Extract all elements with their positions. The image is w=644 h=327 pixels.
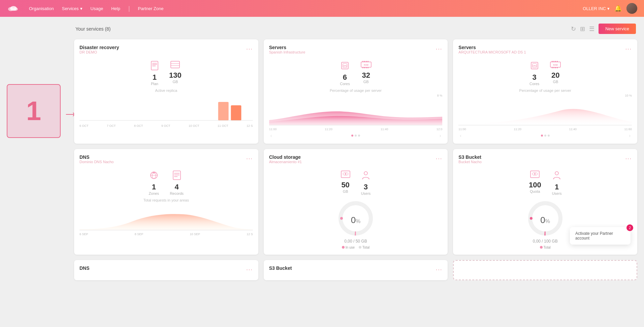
donut-pct: % bbox=[545, 218, 550, 224]
svg-rect-34 bbox=[555, 61, 556, 62]
card-menu-button[interactable]: ... bbox=[246, 45, 253, 51]
carousel-controls: ‹ › bbox=[269, 133, 443, 138]
donut-chart-container: 0% 0,00 / 50 GB In use Total bbox=[269, 198, 443, 249]
company-name: OLLER INC bbox=[583, 6, 606, 11]
svg-point-52 bbox=[345, 173, 346, 175]
ram-icon: RAM bbox=[361, 61, 372, 70]
svg-rect-24 bbox=[366, 67, 367, 68]
step-number: 1 bbox=[26, 96, 41, 126]
company-selector[interactable]: OLLER INC ▾ bbox=[583, 6, 610, 11]
services-chevron-icon: ▾ bbox=[80, 6, 83, 11]
stat-records: 4 Records bbox=[170, 171, 184, 195]
svg-point-60 bbox=[555, 172, 558, 175]
tooltip-activate-partner: 2 Activate your Partner account bbox=[570, 227, 631, 245]
nav-partner-zone[interactable]: Partner Zone bbox=[138, 6, 164, 11]
card-header: Cloud storage Almacenamiento #1 ... bbox=[269, 154, 443, 168]
carousel-dot[interactable] bbox=[541, 135, 543, 137]
stat-value: 3 bbox=[529, 74, 539, 81]
header-right: OLLER INC ▾ 🔔 bbox=[583, 3, 637, 14]
chart-x-labels: 6 OCT7 OCT8 OCT9 OCT10 OCT11 OCT12 S bbox=[79, 123, 253, 128]
card-subtitle: DR DEMO bbox=[79, 50, 119, 54]
card-s3-bucket-2: S3 Bucket ... bbox=[264, 260, 448, 280]
carousel-dot[interactable] bbox=[355, 135, 357, 137]
area-chart bbox=[269, 100, 443, 127]
carousel-dot[interactable] bbox=[351, 135, 353, 137]
card-subtitle: ARQUITECTURA MICROSOFT AD DS 1 bbox=[458, 50, 526, 54]
svg-point-59 bbox=[534, 173, 536, 175]
card-title: Servers bbox=[458, 45, 526, 50]
carousel-dot[interactable] bbox=[548, 135, 550, 137]
stat-value: 100 bbox=[529, 181, 541, 189]
stat-label: Quota bbox=[529, 189, 541, 193]
svg-rect-18 bbox=[362, 61, 363, 62]
card-menu-button[interactable]: ... bbox=[625, 45, 632, 51]
stat-value: 130 bbox=[169, 72, 182, 79]
refresh-icon[interactable]: ↻ bbox=[571, 25, 576, 33]
nav-organisation[interactable]: Organisation bbox=[29, 6, 54, 11]
card-header: S3 Bucket ... bbox=[269, 265, 443, 271]
logo[interactable] bbox=[7, 4, 19, 12]
nav-separator: | bbox=[128, 5, 130, 12]
carousel-dot[interactable] bbox=[358, 135, 360, 137]
chart-x-labels: 11:0011:2011:4011:60 bbox=[458, 127, 632, 132]
card-menu-button[interactable]: ... bbox=[246, 154, 253, 160]
carousel-dots bbox=[351, 135, 360, 137]
grid-view-icon[interactable]: ⊞ bbox=[580, 25, 585, 33]
card-menu-button[interactable]: ... bbox=[436, 154, 442, 160]
stat-value: 1 bbox=[151, 74, 158, 81]
stat-value: 3 bbox=[361, 183, 371, 191]
card-menu-button[interactable]: ... bbox=[436, 45, 442, 51]
donut-value: 0 bbox=[540, 215, 545, 225]
nav-services[interactable]: Services ▾ bbox=[62, 6, 83, 11]
user-avatar[interactable] bbox=[626, 3, 637, 14]
card-title: S3 Bucket bbox=[458, 154, 481, 160]
stat-zones: 1 Zones bbox=[149, 171, 159, 195]
svg-rect-39 bbox=[557, 67, 558, 68]
company-chevron-icon: ▾ bbox=[607, 6, 610, 11]
stat-value: 4 bbox=[170, 183, 184, 191]
stat-label: Records bbox=[170, 191, 184, 195]
notifications-bell[interactable]: 🔔 bbox=[614, 5, 622, 12]
card-cloud-storage: Cloud storage Almacenamiento #1 ... 50 G… bbox=[264, 149, 448, 255]
svg-text:RAM: RAM bbox=[553, 64, 558, 66]
svg-point-44 bbox=[153, 172, 155, 174]
card-s3-bucket: S3 Bucket Bucket Nacho ... 100 Quota bbox=[453, 149, 637, 255]
disk-info: 0,00 / 50 GB bbox=[344, 239, 367, 244]
svg-rect-23 bbox=[364, 67, 365, 68]
nav-usage[interactable]: Usage bbox=[91, 6, 103, 11]
card-subtitle: Almacenamiento #1 bbox=[269, 160, 302, 164]
stat-label: Users bbox=[552, 191, 562, 195]
card-menu-button[interactable]: ... bbox=[625, 154, 632, 160]
chart-x-labels: 11:0011:2011:4012:0 bbox=[269, 127, 443, 132]
svg-text:CPU: CPU bbox=[343, 65, 347, 67]
carousel-dot[interactable] bbox=[544, 135, 546, 137]
svg-rect-36 bbox=[552, 67, 553, 68]
svg-rect-7 bbox=[171, 61, 180, 68]
svg-rect-22 bbox=[362, 67, 363, 68]
svg-rect-21 bbox=[367, 61, 368, 62]
bottom-card-grid: DNS ... S3 Bucket ... bbox=[74, 260, 637, 280]
svg-point-2 bbox=[13, 7, 18, 11]
svg-rect-38 bbox=[555, 67, 556, 68]
card-title: Cloud storage bbox=[269, 154, 302, 160]
stat-ram: RAM 32 GB bbox=[361, 61, 372, 86]
nav-help[interactable]: Help bbox=[111, 6, 120, 11]
carousel-prev[interactable]: ‹ bbox=[270, 133, 272, 138]
carousel-controls: ‹ › bbox=[458, 133, 632, 138]
card-header: Servers ARQUITECTURA MICROSOFT AD DS 1 .… bbox=[458, 45, 632, 58]
disk-info: 0,00 / 100 GB bbox=[533, 239, 558, 244]
svg-point-56 bbox=[340, 217, 343, 220]
card-menu-button[interactable]: ... bbox=[436, 265, 442, 271]
card-menu-button[interactable]: ... bbox=[246, 265, 253, 271]
new-service-button[interactable]: New service bbox=[599, 24, 636, 34]
area-chart-light bbox=[458, 100, 632, 127]
carousel-next[interactable]: › bbox=[629, 133, 631, 138]
card-add-new[interactable] bbox=[453, 260, 637, 280]
carousel-next[interactable]: › bbox=[440, 133, 441, 138]
card-header: Disaster recovery DR DEMO ... bbox=[79, 45, 253, 58]
carousel-prev[interactable]: ‹ bbox=[460, 133, 461, 138]
legend-in-use: In use bbox=[342, 246, 355, 249]
list-view-icon[interactable]: ☰ bbox=[589, 25, 594, 33]
zones-icon bbox=[149, 171, 159, 182]
stats-row: CPU 6 Cores RAM 32 GB bbox=[269, 61, 443, 86]
